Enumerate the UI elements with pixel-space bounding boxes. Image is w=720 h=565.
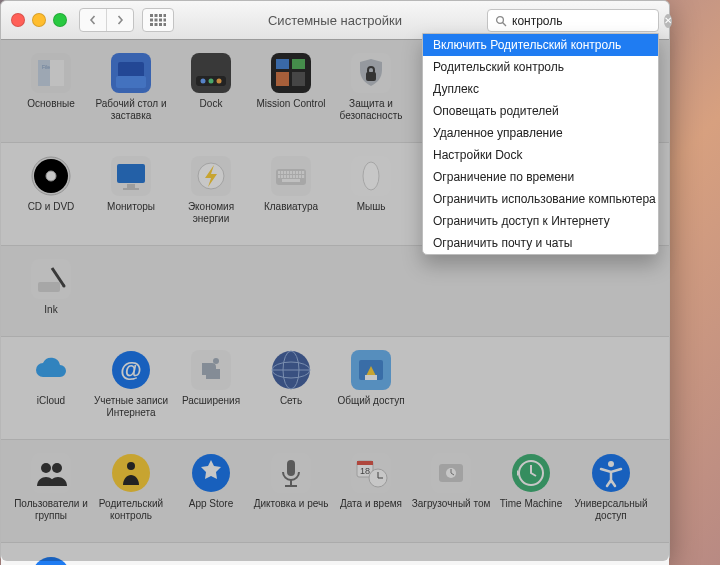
search-result-item[interactable]: Дуплекс xyxy=(423,78,658,100)
extensions-icon xyxy=(190,349,232,391)
svg-point-97 xyxy=(112,454,150,492)
pref-pane-desktop[interactable]: Рабочий стол и заставка xyxy=(91,52,171,122)
pref-pane-energy[interactable]: Экономия энергии xyxy=(171,155,251,225)
pref-pane-sharing[interactable]: Общий доступ xyxy=(331,349,411,419)
svg-rect-51 xyxy=(278,171,280,174)
svg-point-12 xyxy=(497,16,504,23)
svg-rect-30 xyxy=(292,72,305,86)
search-result-item[interactable]: Родительский контроль xyxy=(423,56,658,78)
system-preferences-window: Системные настройки ✕ FileОсновныеРабочи… xyxy=(0,0,670,562)
svg-point-96 xyxy=(52,463,62,473)
search-result-item[interactable]: Удаленное управление xyxy=(423,122,658,144)
pane-row: NTFSNTFS for Mac OS X xyxy=(1,543,669,565)
pref-pane-label: Экономия энергии xyxy=(171,201,251,225)
svg-rect-44 xyxy=(117,164,145,183)
search-result-item[interactable]: Ограничить использование компьютера xyxy=(423,188,658,210)
search-input[interactable] xyxy=(510,14,664,28)
pref-pane-timemachine[interactable]: Time Machine xyxy=(491,452,571,522)
svg-rect-57 xyxy=(296,171,298,174)
pref-pane-parental[interactable]: Родительский контроль xyxy=(91,452,171,522)
forward-button[interactable] xyxy=(106,9,133,31)
pref-pane-label: Ink xyxy=(44,304,57,316)
speech-icon xyxy=(270,452,312,494)
pref-pane-extensions[interactable]: Расширения xyxy=(171,349,251,419)
pref-pane-icloud[interactable]: iCloud xyxy=(11,349,91,419)
search-result-item[interactable]: Ограничить доступ к Интернету xyxy=(423,210,658,232)
svg-point-71 xyxy=(363,162,379,190)
pref-pane-general[interactable]: FileОсновные xyxy=(11,52,91,122)
pref-pane-startup[interactable]: Загрузочный том xyxy=(411,452,491,522)
svg-rect-8 xyxy=(150,23,153,26)
pref-pane-label: Сеть xyxy=(280,395,302,407)
startup-icon xyxy=(430,452,472,494)
svg-point-117 xyxy=(608,461,614,467)
pref-pane-label: Универсальный доступ xyxy=(571,498,651,522)
search-result-item[interactable]: Включить Родительский контроль xyxy=(423,34,658,56)
search-result-item[interactable]: Оповещать родителей xyxy=(423,100,658,122)
show-all-button[interactable] xyxy=(142,8,174,32)
svg-rect-67 xyxy=(299,175,301,178)
search-result-item[interactable]: Ограничить почту и чаты xyxy=(423,232,658,254)
svg-rect-0 xyxy=(150,14,153,17)
pref-pane-network[interactable]: Сеть xyxy=(251,349,331,419)
pref-pane-internet[interactable]: @Учетные записи Интернета xyxy=(91,349,171,419)
svg-point-98 xyxy=(127,462,135,470)
pref-pane-keyboard[interactable]: Клавиатура xyxy=(251,155,331,225)
search-field[interactable]: ✕ xyxy=(487,9,659,32)
parental-icon xyxy=(110,452,152,494)
pref-pane-label: Расширения xyxy=(182,395,240,407)
pref-pane-label: Основные xyxy=(27,98,74,110)
svg-rect-21 xyxy=(191,53,231,93)
pref-pane-label: Загрузочный том xyxy=(412,498,491,510)
svg-rect-11 xyxy=(164,23,167,26)
svg-rect-55 xyxy=(290,171,292,174)
svg-rect-4 xyxy=(150,19,153,22)
svg-rect-65 xyxy=(293,175,295,178)
pref-pane-dock[interactable]: Dock xyxy=(171,52,251,122)
svg-rect-16 xyxy=(50,60,64,86)
svg-point-25 xyxy=(217,79,222,84)
svg-rect-1 xyxy=(155,14,158,17)
general-icon: File xyxy=(30,52,72,94)
svg-rect-69 xyxy=(282,179,300,182)
pref-pane-security[interactable]: Защита и безопасность xyxy=(331,52,411,122)
pref-pane-label: App Store xyxy=(189,498,233,510)
pref-pane-speech[interactable]: Диктовка и речь xyxy=(251,452,331,522)
window-controls xyxy=(1,13,67,27)
pref-pane-displays[interactable]: Мониторы xyxy=(91,155,171,225)
pref-pane-cddvd[interactable]: CD и DVD xyxy=(11,155,91,225)
zoom-window-button[interactable] xyxy=(53,13,67,27)
svg-rect-28 xyxy=(292,59,305,69)
pref-pane-ink[interactable]: Ink xyxy=(11,258,91,316)
pref-pane-mission[interactable]: Mission Control xyxy=(251,52,331,122)
svg-rect-93 xyxy=(365,375,377,380)
datetime-icon: 18 xyxy=(350,452,392,494)
pref-pane-label: CD и DVD xyxy=(28,201,75,213)
search-result-item[interactable]: Настройки Dock xyxy=(423,144,658,166)
icloud-icon xyxy=(30,349,72,391)
close-window-button[interactable] xyxy=(11,13,25,27)
energy-icon xyxy=(190,155,232,197)
svg-rect-45 xyxy=(127,184,135,188)
pref-pane-appstore[interactable]: App Store xyxy=(171,452,251,522)
pref-pane-users[interactable]: Пользователи и группы xyxy=(11,452,91,522)
search-result-item[interactable]: Ограничение по времени xyxy=(423,166,658,188)
svg-rect-66 xyxy=(296,175,298,178)
svg-rect-9 xyxy=(155,23,158,26)
pref-pane-label: Mission Control xyxy=(257,98,326,110)
svg-point-95 xyxy=(41,463,51,473)
pref-pane-label: Учетные записи Интернета xyxy=(91,395,171,419)
pref-pane-mouse[interactable]: Мышь xyxy=(331,155,411,225)
svg-point-24 xyxy=(209,79,214,84)
minimize-window-button[interactable] xyxy=(32,13,46,27)
clear-search-button[interactable]: ✕ xyxy=(664,14,672,28)
dock-icon xyxy=(190,52,232,94)
svg-rect-54 xyxy=(287,171,289,174)
pref-pane-accessibility[interactable]: Универсальный доступ xyxy=(571,452,651,522)
svg-rect-46 xyxy=(123,188,139,190)
pref-pane-datetime[interactable]: 18Дата и время xyxy=(331,452,411,522)
pref-pane-ntfs[interactable]: NTFSNTFS for Mac OS X xyxy=(11,555,91,565)
pref-pane-label: Диктовка и речь xyxy=(254,498,329,510)
svg-rect-62 xyxy=(284,175,286,178)
back-button[interactable] xyxy=(80,9,106,31)
